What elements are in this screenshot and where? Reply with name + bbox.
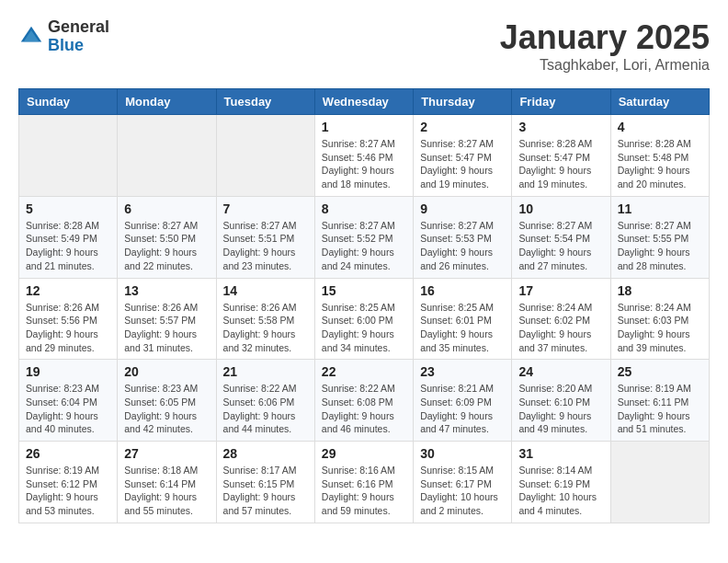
day-info: Sunrise: 8:27 AM Sunset: 5:53 PM Dayligh… [420, 219, 505, 273]
weekday-header: Wednesday [314, 89, 413, 115]
day-info: Sunrise: 8:26 AM Sunset: 5:57 PM Dayligh… [124, 301, 209, 355]
month-title: January 2025 [500, 18, 710, 57]
calendar-cell: 26Sunrise: 8:19 AM Sunset: 6:12 PM Dayli… [19, 442, 118, 523]
day-number: 3 [518, 120, 603, 134]
calendar-cell: 8Sunrise: 8:27 AM Sunset: 5:52 PM Daylig… [314, 196, 413, 278]
day-number: 17 [518, 283, 603, 298]
day-info: Sunrise: 8:27 AM Sunset: 5:52 PM Dayligh… [322, 219, 406, 273]
day-info: Sunrise: 8:27 AM Sunset: 5:55 PM Dayligh… [618, 219, 702, 273]
location-subtitle: Tsaghkaber, Lori, Armenia [500, 57, 710, 74]
weekday-header: Thursday [414, 89, 512, 115]
calendar-table: SundayMondayTuesdayWednesdayThursdayFrid… [18, 88, 710, 523]
calendar-week-row: 12Sunrise: 8:26 AM Sunset: 5:56 PM Dayli… [19, 278, 710, 360]
day-number: 30 [420, 446, 505, 461]
calendar-week-row: 26Sunrise: 8:19 AM Sunset: 6:12 PM Dayli… [19, 442, 710, 523]
day-number: 16 [420, 283, 505, 298]
calendar-cell: 15Sunrise: 8:25 AM Sunset: 6:00 PM Dayli… [314, 278, 413, 360]
calendar-cell: 31Sunrise: 8:14 AM Sunset: 6:19 PM Dayli… [512, 442, 610, 523]
calendar-cell: 4Sunrise: 8:28 AM Sunset: 5:48 PM Daylig… [610, 115, 709, 197]
day-info: Sunrise: 8:24 AM Sunset: 6:02 PM Dayligh… [518, 301, 603, 355]
logo-general: General [48, 18, 109, 37]
day-info: Sunrise: 8:21 AM Sunset: 6:09 PM Dayligh… [420, 382, 505, 436]
day-info: Sunrise: 8:28 AM Sunset: 5:49 PM Dayligh… [26, 219, 110, 273]
day-number: 8 [322, 201, 406, 216]
day-info: Sunrise: 8:27 AM Sunset: 5:51 PM Dayligh… [223, 219, 308, 273]
calendar-week-row: 19Sunrise: 8:23 AM Sunset: 6:04 PM Dayli… [19, 360, 710, 442]
weekday-header: Sunday [19, 89, 118, 115]
day-number: 19 [26, 364, 110, 379]
day-number: 22 [322, 364, 406, 379]
day-info: Sunrise: 8:26 AM Sunset: 5:58 PM Dayligh… [223, 301, 308, 355]
day-info: Sunrise: 8:23 AM Sunset: 6:04 PM Dayligh… [26, 382, 110, 436]
day-number: 4 [618, 120, 702, 134]
calendar-cell: 20Sunrise: 8:23 AM Sunset: 6:05 PM Dayli… [118, 360, 216, 442]
day-number: 2 [420, 120, 505, 134]
day-number: 28 [223, 446, 308, 461]
calendar-cell: 19Sunrise: 8:23 AM Sunset: 6:04 PM Dayli… [19, 360, 118, 442]
title-block: January 2025 Tsaghkaber, Lori, Armenia [500, 18, 710, 74]
weekday-header: Monday [118, 89, 216, 115]
day-info: Sunrise: 8:24 AM Sunset: 6:03 PM Dayligh… [618, 301, 702, 355]
calendar-cell: 29Sunrise: 8:16 AM Sunset: 6:16 PM Dayli… [314, 442, 413, 523]
logo: General Blue [18, 18, 109, 55]
weekday-header: Friday [512, 89, 610, 115]
calendar-cell: 12Sunrise: 8:26 AM Sunset: 5:56 PM Dayli… [19, 278, 118, 360]
day-info: Sunrise: 8:27 AM Sunset: 5:54 PM Dayligh… [518, 219, 603, 273]
day-number: 12 [26, 283, 110, 298]
logo-icon [18, 24, 44, 50]
day-info: Sunrise: 8:20 AM Sunset: 6:10 PM Dayligh… [518, 382, 603, 436]
day-number: 18 [618, 283, 702, 298]
calendar-cell: 21Sunrise: 8:22 AM Sunset: 6:06 PM Dayli… [216, 360, 314, 442]
calendar-cell: 14Sunrise: 8:26 AM Sunset: 5:58 PM Dayli… [216, 278, 314, 360]
calendar-cell: 23Sunrise: 8:21 AM Sunset: 6:09 PM Dayli… [414, 360, 512, 442]
day-number: 7 [223, 201, 308, 216]
day-number: 23 [420, 364, 505, 379]
calendar-cell: 22Sunrise: 8:22 AM Sunset: 6:08 PM Dayli… [314, 360, 413, 442]
calendar-cell: 2Sunrise: 8:27 AM Sunset: 5:47 PM Daylig… [414, 115, 512, 197]
calendar-cell: 25Sunrise: 8:19 AM Sunset: 6:11 PM Dayli… [610, 360, 709, 442]
calendar-week-row: 5Sunrise: 8:28 AM Sunset: 5:49 PM Daylig… [19, 196, 710, 278]
page-header: General Blue January 2025 Tsaghkaber, Lo… [18, 18, 710, 74]
weekday-header-row: SundayMondayTuesdayWednesdayThursdayFrid… [19, 89, 710, 115]
day-info: Sunrise: 8:14 AM Sunset: 6:19 PM Dayligh… [518, 464, 603, 518]
calendar-cell [118, 115, 216, 197]
day-info: Sunrise: 8:16 AM Sunset: 6:16 PM Dayligh… [322, 464, 406, 518]
day-info: Sunrise: 8:27 AM Sunset: 5:50 PM Dayligh… [124, 219, 209, 273]
weekday-header: Saturday [610, 89, 709, 115]
calendar-cell: 1Sunrise: 8:27 AM Sunset: 5:46 PM Daylig… [314, 115, 413, 197]
calendar-cell [610, 442, 709, 523]
day-number: 21 [223, 364, 308, 379]
day-info: Sunrise: 8:22 AM Sunset: 6:08 PM Dayligh… [322, 382, 406, 436]
calendar-cell: 16Sunrise: 8:25 AM Sunset: 6:01 PM Dayli… [414, 278, 512, 360]
calendar-cell: 11Sunrise: 8:27 AM Sunset: 5:55 PM Dayli… [610, 196, 709, 278]
calendar-cell: 5Sunrise: 8:28 AM Sunset: 5:49 PM Daylig… [19, 196, 118, 278]
day-info: Sunrise: 8:28 AM Sunset: 5:47 PM Dayligh… [518, 137, 603, 191]
weekday-header: Tuesday [216, 89, 314, 115]
calendar-cell: 10Sunrise: 8:27 AM Sunset: 5:54 PM Dayli… [512, 196, 610, 278]
day-number: 9 [420, 201, 505, 216]
day-number: 31 [518, 446, 603, 461]
day-info: Sunrise: 8:23 AM Sunset: 6:05 PM Dayligh… [124, 382, 209, 436]
calendar-cell [216, 115, 314, 197]
logo-blue: Blue [48, 37, 109, 55]
calendar-cell: 18Sunrise: 8:24 AM Sunset: 6:03 PM Dayli… [610, 278, 709, 360]
day-number: 10 [518, 201, 603, 216]
day-number: 15 [322, 283, 406, 298]
calendar-cell: 24Sunrise: 8:20 AM Sunset: 6:10 PM Dayli… [512, 360, 610, 442]
day-number: 14 [223, 283, 308, 298]
calendar-cell: 28Sunrise: 8:17 AM Sunset: 6:15 PM Dayli… [216, 442, 314, 523]
day-info: Sunrise: 8:18 AM Sunset: 6:14 PM Dayligh… [124, 464, 209, 518]
day-number: 29 [322, 446, 406, 461]
day-info: Sunrise: 8:26 AM Sunset: 5:56 PM Dayligh… [26, 301, 110, 355]
day-info: Sunrise: 8:27 AM Sunset: 5:47 PM Dayligh… [420, 137, 505, 191]
day-info: Sunrise: 8:28 AM Sunset: 5:48 PM Dayligh… [618, 137, 702, 191]
day-number: 25 [618, 364, 702, 379]
day-info: Sunrise: 8:22 AM Sunset: 6:06 PM Dayligh… [223, 382, 308, 436]
day-info: Sunrise: 8:19 AM Sunset: 6:11 PM Dayligh… [618, 382, 702, 436]
calendar-cell: 3Sunrise: 8:28 AM Sunset: 5:47 PM Daylig… [512, 115, 610, 197]
calendar-cell: 30Sunrise: 8:15 AM Sunset: 6:17 PM Dayli… [414, 442, 512, 523]
logo-text: General Blue [48, 18, 109, 55]
day-info: Sunrise: 8:15 AM Sunset: 6:17 PM Dayligh… [420, 464, 505, 518]
day-info: Sunrise: 8:19 AM Sunset: 6:12 PM Dayligh… [26, 464, 110, 518]
calendar-cell: 17Sunrise: 8:24 AM Sunset: 6:02 PM Dayli… [512, 278, 610, 360]
